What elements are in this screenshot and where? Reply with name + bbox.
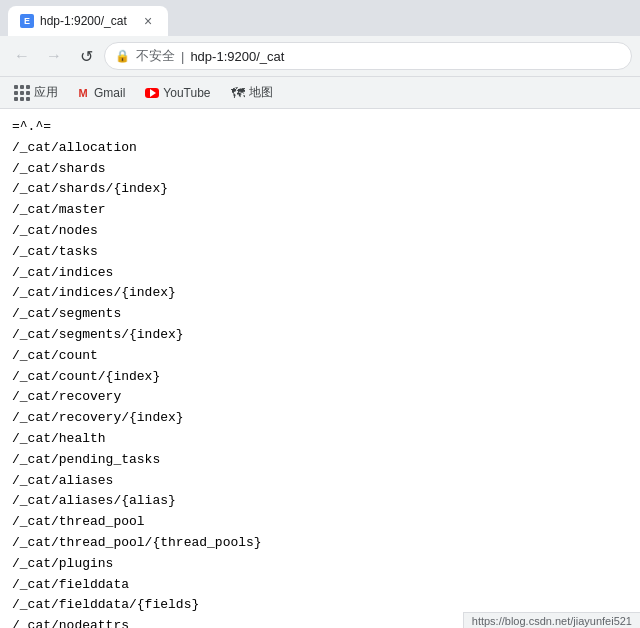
tab-favicon: E [20, 14, 34, 28]
active-tab[interactable]: E hdp-1:9200/_cat × [8, 6, 168, 36]
cat-line: /_cat/health [12, 429, 628, 450]
cat-lines: /_cat/allocation/_cat/shards/_cat/shards… [12, 138, 628, 628]
apps-grid-icon [14, 85, 30, 101]
cat-line: /_cat/plugins [12, 554, 628, 575]
cat-line: /_cat/shards [12, 159, 628, 180]
content-area: =^.^= /_cat/allocation/_cat/shards/_cat/… [0, 109, 640, 628]
cat-line: /_cat/thread_pool/{thread_pools} [12, 533, 628, 554]
youtube-label: YouTube [163, 86, 210, 100]
toolbar: ← → ↺ 🔒 不安全 | hdp-1:9200/_cat [0, 36, 640, 76]
gmail-label: Gmail [94, 86, 125, 100]
maps-label: 地图 [249, 84, 273, 101]
back-icon: ← [14, 47, 30, 65]
youtube-icon [145, 88, 159, 98]
browser-chrome: E hdp-1:9200/_cat × ← → ↺ 🔒 不安全 | hdp-1:… [0, 0, 640, 109]
cat-line: /_cat/count/{index} [12, 367, 628, 388]
tab-bar: E hdp-1:9200/_cat × [0, 0, 640, 36]
status-bar: https://blog.csdn.net/jiayunfei521 [463, 612, 640, 628]
tab-close-button[interactable]: × [140, 13, 156, 29]
cat-line: /_cat/count [12, 346, 628, 367]
maps-bookmark[interactable]: 🗺 地图 [223, 81, 281, 104]
gmail-icon: M [76, 86, 90, 100]
maps-icon: 🗺 [231, 86, 245, 100]
cat-line: /_cat/nodes [12, 221, 628, 242]
address-url: hdp-1:9200/_cat [190, 49, 621, 64]
forward-button[interactable]: → [40, 42, 68, 70]
tab-title: hdp-1:9200/_cat [40, 14, 134, 28]
cat-line: /_cat/segments/{index} [12, 325, 628, 346]
cat-line: /_cat/thread_pool [12, 512, 628, 533]
cat-line: /_cat/aliases/{alias} [12, 491, 628, 512]
cat-line: /_cat/aliases [12, 471, 628, 492]
status-url: https://blog.csdn.net/jiayunfei521 [472, 615, 632, 627]
cat-line: /_cat/fielddata [12, 575, 628, 596]
cat-line: /_cat/segments [12, 304, 628, 325]
cat-header: =^.^= [12, 117, 628, 138]
cat-line: /_cat/allocation [12, 138, 628, 159]
cat-line: /_cat/recovery [12, 387, 628, 408]
youtube-bookmark[interactable]: YouTube [137, 83, 218, 103]
cat-line: /_cat/master [12, 200, 628, 221]
cat-line: /_cat/indices/{index} [12, 283, 628, 304]
address-separator: | [181, 49, 184, 64]
cat-line: /_cat/tasks [12, 242, 628, 263]
refresh-icon: ↺ [80, 47, 93, 66]
cat-line: /_cat/indices [12, 263, 628, 284]
address-bar[interactable]: 🔒 不安全 | hdp-1:9200/_cat [104, 42, 632, 70]
gmail-bookmark[interactable]: M Gmail [68, 83, 133, 103]
forward-icon: → [46, 47, 62, 65]
refresh-button[interactable]: ↺ [72, 42, 100, 70]
cat-line: /_cat/pending_tasks [12, 450, 628, 471]
cat-line: /_cat/shards/{index} [12, 179, 628, 200]
apps-bookmark[interactable]: 应用 [8, 80, 64, 105]
security-icon: 🔒 [115, 49, 130, 63]
back-button[interactable]: ← [8, 42, 36, 70]
apps-label: 应用 [34, 84, 58, 101]
cat-line: /_cat/recovery/{index} [12, 408, 628, 429]
bookmarks-bar: 应用 M Gmail YouTube 🗺 地图 [0, 76, 640, 108]
cat-listing: =^.^= [12, 117, 628, 138]
security-label: 不安全 [136, 47, 175, 65]
youtube-play-icon [150, 89, 156, 97]
